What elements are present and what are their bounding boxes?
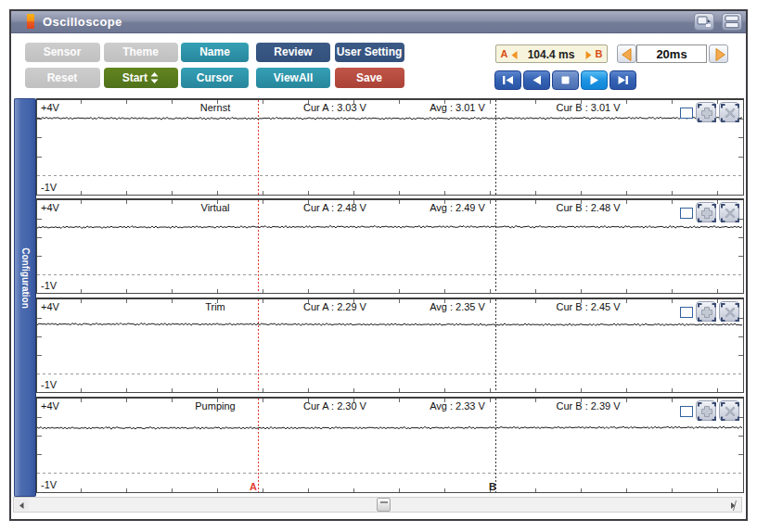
svg-text:Avg : 2.33 V: Avg : 2.33 V <box>430 400 485 412</box>
svg-text:-1V: -1V <box>41 182 58 193</box>
svg-text:Cur B : 2.48 V: Cur B : 2.48 V <box>556 202 621 213</box>
svg-text:Nernst: Nernst <box>200 102 230 113</box>
svg-text:Virtual: Virtual <box>201 202 230 213</box>
svg-text:+4V: +4V <box>41 202 60 213</box>
svg-text:Avg : 2.35 V: Avg : 2.35 V <box>430 301 485 312</box>
svg-text:Cur A : 2.29 V: Cur A : 2.29 V <box>303 301 367 312</box>
svg-text:-1V: -1V <box>41 379 58 390</box>
svg-text:Cur A : 2.30 V: Cur A : 2.30 V <box>303 400 367 412</box>
svg-text:Cur B : 3.01 V: Cur B : 3.01 V <box>556 102 621 113</box>
svg-text:-1V: -1V <box>41 280 58 291</box>
svg-text:Avg : 3.01 V: Avg : 3.01 V <box>430 102 485 113</box>
svg-text:Cur B : 2.39 V: Cur B : 2.39 V <box>556 400 621 412</box>
svg-text:Avg : 2.49 V: Avg : 2.49 V <box>430 202 485 213</box>
svg-text:-1V: -1V <box>41 479 58 490</box>
svg-text:B: B <box>489 481 496 492</box>
svg-text:A: A <box>250 481 257 492</box>
svg-text:Cur B : 2.45 V: Cur B : 2.45 V <box>556 301 621 312</box>
svg-text:Pumping: Pumping <box>195 400 235 412</box>
svg-text:Cur A : 3.03 V: Cur A : 3.03 V <box>303 102 367 113</box>
svg-text:+4V: +4V <box>41 301 60 312</box>
svg-text:Trim: Trim <box>205 301 225 312</box>
svg-text:Cur A : 2.48 V: Cur A : 2.48 V <box>303 202 367 213</box>
svg-text:+4V: +4V <box>41 102 60 113</box>
svg-text:+4V: +4V <box>41 400 60 412</box>
